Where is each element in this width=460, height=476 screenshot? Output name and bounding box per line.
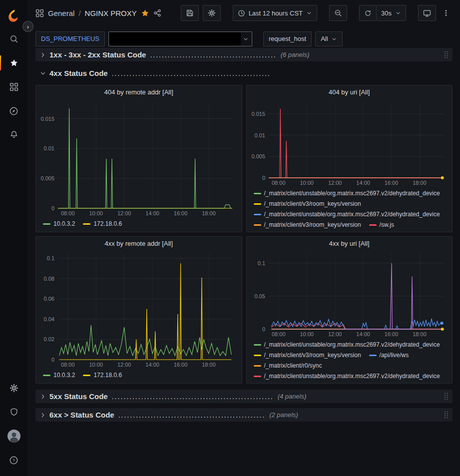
panel-title[interactable]: 404 by uri [All] bbox=[247, 85, 453, 99]
legend-item[interactable]: /_matrix/client/v3/room_keys/version bbox=[254, 220, 361, 230]
legend-item[interactable]: /_matrix/client/v3/room_keys/version bbox=[254, 199, 361, 209]
sidebar-item-dashboards[interactable] bbox=[0, 75, 27, 99]
row-header-1xx-3xx-2xx[interactable]: 1xx - 3xx - 2xx Status Code ............… bbox=[35, 48, 453, 61]
favorite-star-icon[interactable] bbox=[141, 9, 149, 17]
svg-text:16:00: 16:00 bbox=[174, 210, 188, 216]
row-drag-handle[interactable] bbox=[444, 392, 449, 401]
svg-text:18:00: 18:00 bbox=[202, 210, 216, 216]
svg-text:16:00: 16:00 bbox=[384, 331, 398, 337]
sidebar-item-search[interactable] bbox=[0, 27, 27, 51]
breadcrumb-folder[interactable]: General bbox=[48, 9, 74, 17]
svg-text:16:00: 16:00 bbox=[174, 362, 188, 368]
panel-title[interactable]: 4xx by remote addr [All] bbox=[36, 237, 242, 250]
grafana-logo[interactable] bbox=[6, 5, 21, 27]
svg-text:0: 0 bbox=[262, 326, 265, 332]
grafana-logo-icon bbox=[6, 8, 21, 23]
sidebar-item-configuration[interactable] bbox=[0, 376, 27, 400]
apps-grid-icon bbox=[35, 9, 44, 17]
cycle-view-mode-button[interactable] bbox=[418, 5, 436, 21]
legend-item[interactable]: /_matrix/client/unstable/org.matrix.msc2… bbox=[254, 210, 440, 219]
chevron-down-icon bbox=[306, 10, 312, 16]
page-title[interactable]: NGINX PROXY bbox=[85, 9, 137, 17]
svg-text:0.01: 0.01 bbox=[44, 145, 54, 151]
svg-text:0.015: 0.015 bbox=[40, 116, 54, 122]
breadcrumb: General / NGINX PROXY bbox=[48, 9, 137, 17]
timeseries-plot: 08:0010:0012:0014:0016:0018:0000.050.1 bbox=[249, 250, 451, 339]
time-range-picker[interactable]: Last 12 hours CST bbox=[233, 5, 317, 21]
chevron-down-icon bbox=[395, 10, 401, 16]
svg-text:?: ? bbox=[12, 457, 15, 463]
legend-item[interactable]: /api/live/ws bbox=[369, 351, 409, 360]
panel-title[interactable]: 404 by remote addr [All] bbox=[36, 85, 242, 99]
sidebar-item-starred[interactable] bbox=[0, 51, 27, 75]
share-icon[interactable] bbox=[153, 9, 161, 17]
legend-item[interactable]: /_matrix/client/unstable/org.matrix.msc2… bbox=[254, 372, 440, 381]
row-header-5xx[interactable]: 5xx Status Code ........................… bbox=[35, 390, 453, 403]
save-dashboard-button[interactable] bbox=[181, 5, 199, 21]
chevron-down-icon bbox=[39, 70, 46, 77]
refresh-icon bbox=[364, 9, 372, 17]
row-title-dots: ........................................… bbox=[112, 393, 274, 401]
ds-prometheus-label: DS_PROMETHEUS bbox=[41, 35, 99, 42]
refresh-button[interactable] bbox=[359, 5, 377, 21]
svg-text:0.1: 0.1 bbox=[257, 260, 265, 266]
svg-text:0.005: 0.005 bbox=[251, 153, 265, 159]
svg-text:0.015: 0.015 bbox=[251, 111, 265, 117]
row-drag-handle[interactable] bbox=[444, 50, 449, 59]
sidebar-item-explore[interactable] bbox=[0, 99, 27, 123]
row-4xx-panels: 404 by remote addr [All] 08:0010:0012:00… bbox=[35, 85, 453, 384]
panel-legend: 10.0.3.2172.18.0.6 bbox=[36, 370, 242, 383]
more-options-button[interactable] bbox=[440, 5, 452, 21]
row-title: 1xx - 3xx - 2xx Status Code bbox=[49, 50, 146, 59]
request-host-value-dropdown[interactable]: All bbox=[315, 31, 342, 46]
legend-item[interactable]: /_matrix/client/unstable/org.matrix.msc2… bbox=[254, 189, 440, 198]
legend-item[interactable]: /sw.js bbox=[369, 220, 394, 230]
panel-chart[interactable]: 08:0010:0012:0014:0016:0018:0000.0050.01… bbox=[38, 99, 240, 218]
sidebar-bottom: ? bbox=[0, 376, 27, 472]
svg-text:0: 0 bbox=[51, 205, 54, 211]
legend-item[interactable]: 10.0.3.2 bbox=[43, 219, 75, 229]
variables-row: DS_PROMETHEUS request_host All bbox=[27, 26, 460, 48]
legend-item[interactable]: /_matrix/client/unstable/org.matrix.msc2… bbox=[254, 340, 440, 350]
panel-chart[interactable]: 08:0010:0012:0014:0016:0018:0000.050.1 bbox=[249, 250, 451, 339]
star-icon bbox=[9, 58, 18, 67]
variable-label-request-host[interactable]: request_host bbox=[263, 31, 312, 46]
panel-chart[interactable]: 08:0010:0012:0014:0016:0018:0000.0050.01… bbox=[249, 99, 451, 188]
svg-text:14:00: 14:00 bbox=[356, 331, 370, 337]
panel-title[interactable]: 4xx by uri [All] bbox=[247, 237, 453, 250]
ds-prometheus-value-dropdown[interactable] bbox=[108, 31, 252, 46]
chevron-down-icon bbox=[331, 36, 337, 42]
legend-item[interactable]: /_matrix/client/v3/room_keys/version bbox=[254, 351, 361, 360]
sidebar-item-profile[interactable] bbox=[0, 424, 27, 448]
svg-text:12:00: 12:00 bbox=[117, 362, 131, 368]
legend-item[interactable]: /_matrix/client/r0/sync bbox=[254, 361, 322, 371]
monitor-icon bbox=[423, 9, 431, 17]
chevron-right-icon bbox=[39, 393, 46, 400]
refresh-interval-picker[interactable]: 30s bbox=[377, 5, 406, 21]
sidebar-item-server-admin[interactable] bbox=[0, 400, 27, 424]
chevron-down-icon bbox=[243, 36, 249, 42]
zoom-out-time-button[interactable] bbox=[329, 5, 347, 21]
row-header-6xx[interactable]: 6xx > Status Code ......................… bbox=[35, 408, 453, 422]
dashboard-settings-button[interactable] bbox=[203, 5, 221, 21]
panel-4xx-by-remote-addr: 4xx by remote addr [All] 08:0010:0012:00… bbox=[35, 236, 242, 384]
legend-item[interactable]: 10.0.3.2 bbox=[43, 371, 75, 380]
drag-handle-icon bbox=[444, 392, 449, 401]
drag-handle-icon bbox=[444, 50, 449, 59]
bell-icon bbox=[9, 130, 18, 139]
svg-text:12:00: 12:00 bbox=[117, 210, 131, 216]
panel-chart[interactable]: 08:0010:0012:0014:0016:0018:0000.020.040… bbox=[38, 250, 240, 370]
timeseries-plot: 08:0010:0012:0014:0016:0018:0000.020.040… bbox=[38, 250, 240, 370]
variable-label-ds-prometheus[interactable]: DS_PROMETHEUS bbox=[35, 31, 105, 46]
row-drag-handle[interactable] bbox=[444, 411, 449, 419]
sidebar-expand-button[interactable]: › bbox=[22, 21, 33, 32]
legend-item[interactable]: 172.18.0.6 bbox=[83, 219, 122, 229]
legend-item[interactable]: 172.18.0.6 bbox=[83, 371, 122, 380]
sidebar-item-alerting[interactable] bbox=[0, 123, 27, 147]
sidebar-item-help[interactable]: ? bbox=[0, 448, 27, 472]
svg-text:0.04: 0.04 bbox=[44, 316, 54, 322]
row-panel-count: (4 panels) bbox=[278, 393, 307, 400]
row-header-4xx[interactable]: 4xx Status Code ........................… bbox=[35, 66, 453, 80]
row-title: 5xx Status Code bbox=[49, 392, 108, 401]
svg-text:08:00: 08:00 bbox=[61, 362, 75, 368]
